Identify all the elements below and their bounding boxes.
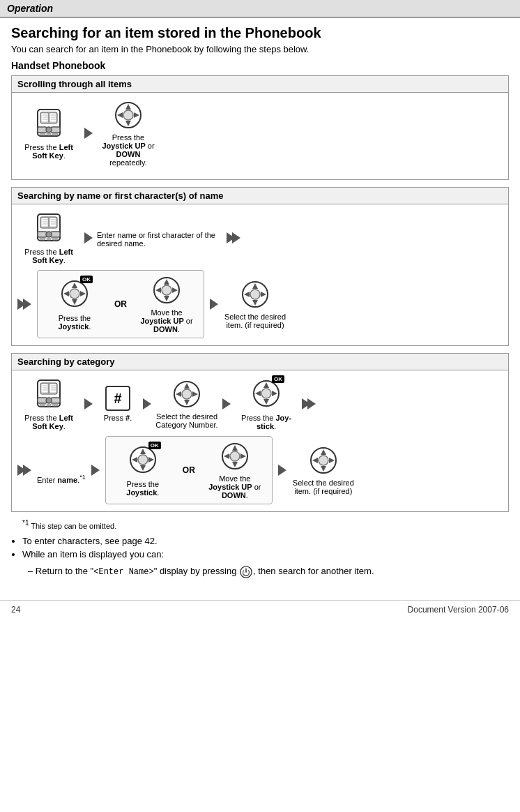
- cat-row2: Enter name.*1 OK: [17, 436, 503, 504]
- softkey-icon-2: [33, 211, 64, 245]
- svg-rect-34: [38, 232, 47, 237]
- section-label: Handset Phonebook: [11, 60, 509, 71]
- step-press-joystick-ok2: OK Press the Joy-stick.: [235, 378, 298, 430]
- hash-label: Press #.: [104, 414, 132, 422]
- press-joystick-label-2: Press the Joy-stick.: [235, 414, 298, 430]
- svg-rect-35: [51, 232, 60, 237]
- indent-list: Return to the "<Enter Name>" display by …: [28, 565, 509, 579]
- step-press-joystick-ok3: OK Press the Joystick.: [112, 444, 174, 497]
- hash-icon: #: [105, 386, 130, 411]
- bracket-group-2: OK Press the Joystick.: [105, 436, 273, 504]
- joystick-ok-wrapper-2: OK: [251, 378, 282, 411]
- joystick-ok-wrapper-3: OK: [128, 444, 158, 477]
- step-enter-name-2: Enter name.*1: [37, 457, 86, 484]
- cat-row1: Press the Left Soft Key. # Press #.: [17, 377, 503, 430]
- scrolling-flow: Press the Left Soft Key.: [17, 100, 503, 167]
- svg-rect-4: [49, 113, 56, 122]
- bullet-list: To enter characters, see page 42. While …: [22, 536, 509, 559]
- double-arrow-3: [302, 398, 316, 409]
- svg-rect-3: [41, 113, 48, 122]
- svg-rect-72: [40, 404, 45, 406]
- svg-rect-38: [47, 238, 51, 240]
- svg-point-45: [70, 289, 79, 299]
- svg-point-22: [123, 110, 133, 120]
- svg-rect-27: [49, 218, 56, 227]
- arrow-4: [84, 398, 93, 409]
- step-hash-key: # Press #.: [97, 386, 139, 422]
- softkey-icon-1: [33, 107, 64, 140]
- arrow-5: [143, 398, 151, 409]
- power-button-icon: [239, 565, 253, 579]
- svg-rect-73: [47, 404, 51, 406]
- svg-rect-11: [38, 127, 47, 133]
- by-name-row1: Press the Left Soft Key. Enter name or f…: [17, 211, 503, 264]
- joystick-icon-4: [171, 379, 202, 409]
- step-softkey-1: Press the Left Soft Key.: [17, 107, 80, 160]
- arrow-7: [91, 465, 100, 476]
- svg-rect-69: [38, 398, 47, 403]
- ok-badge-1: OK: [80, 276, 93, 283]
- svg-rect-61: [41, 384, 48, 393]
- page-number: 24: [11, 605, 20, 615]
- box-scrolling-content: Press the Left Soft Key.: [12, 93, 508, 179]
- enter-name-label-2: Enter name.*1: [37, 474, 86, 484]
- svg-point-57: [250, 290, 260, 299]
- box-by-category-content: Press the Left Soft Key. # Press #.: [12, 370, 508, 511]
- svg-point-13: [46, 127, 52, 133]
- double-arrow-1: [227, 232, 240, 243]
- press-joystick-label-3: Press the Joystick.: [112, 480, 174, 497]
- by-name-row2: OK Press the Joystick.: [17, 270, 503, 338]
- box-by-name-title: Searching by name or first character(s) …: [12, 188, 508, 204]
- header-title: Operation: [7, 3, 53, 14]
- svg-point-92: [138, 455, 148, 465]
- doc-version: Document Version 2007-06: [408, 605, 509, 615]
- svg-rect-26: [41, 218, 48, 227]
- joystick-icon-5: [220, 441, 250, 472]
- joystick-icon-1: [113, 100, 144, 130]
- svg-rect-15: [47, 133, 51, 135]
- softkey-label-1: Press the Left Soft Key.: [17, 143, 80, 160]
- step-select-category: Select the desired Category Number.: [155, 379, 218, 429]
- svg-point-104: [319, 456, 328, 465]
- svg-rect-37: [40, 238, 45, 240]
- joystick-icon-2: [151, 275, 182, 306]
- svg-rect-62: [49, 384, 56, 393]
- footnote-sup: *1: [79, 474, 86, 481]
- joystick-icon-6: [308, 445, 339, 476]
- ok-badge-2: OK: [272, 375, 284, 383]
- step-move-joystick-ud2: Move the Joystick UP or DOWN.: [204, 441, 266, 499]
- svg-point-86: [261, 389, 271, 398]
- arrow-3: [210, 299, 218, 310]
- move-joystick-ud-label: Move the Joystick UP or DOWN.: [135, 308, 198, 333]
- svg-point-80: [182, 389, 192, 399]
- softkey-label-2: Press the Left Soft Key.: [17, 248, 80, 264]
- select-item-label-1: Select the desired item. (if required): [224, 313, 286, 329]
- enter-name-label: Enter name or first character of the des…: [97, 231, 222, 248]
- move-joystick-ud-label-2: Move the Joystick UP or DOWN.: [204, 474, 266, 499]
- svg-rect-70: [51, 398, 60, 403]
- select-category-label: Select the desired Category Number.: [155, 412, 218, 429]
- double-arrow-4: [17, 465, 31, 476]
- double-arrow-2: [17, 299, 31, 310]
- or-label-1: OR: [114, 299, 127, 309]
- svg-point-51: [162, 285, 171, 295]
- or-label-2: OR: [183, 465, 195, 475]
- bracket-group-1: OK Press the Joystick.: [37, 270, 204, 338]
- arrow-2: [84, 232, 93, 243]
- box-scrolling-title: Scrolling through all items: [12, 76, 508, 93]
- ok-badge-3: OK: [148, 442, 161, 449]
- box-by-name: Searching by name or first character(s) …: [11, 187, 509, 346]
- svg-point-98: [230, 451, 240, 461]
- softkey-icon-3: [33, 377, 64, 411]
- joystick-icon-3: [240, 279, 270, 310]
- arrow-8: [278, 465, 286, 476]
- bullet-1: To enter characters, see page 42.: [22, 536, 509, 546]
- page-content: Searching for an item stored in the Phon…: [0, 18, 520, 589]
- svg-rect-12: [51, 127, 60, 133]
- step-softkey-2: Press the Left Soft Key.: [17, 211, 80, 264]
- step-move-joystick-ud: Move the Joystick UP or DOWN.: [135, 275, 198, 333]
- box-by-category-title: Searching by category: [12, 354, 508, 370]
- joystick-ok-wrapper: OK: [59, 278, 90, 311]
- enter-name-placeholder: [46, 457, 77, 471]
- select-item-label-2: Select the desired item. (if required): [292, 479, 355, 495]
